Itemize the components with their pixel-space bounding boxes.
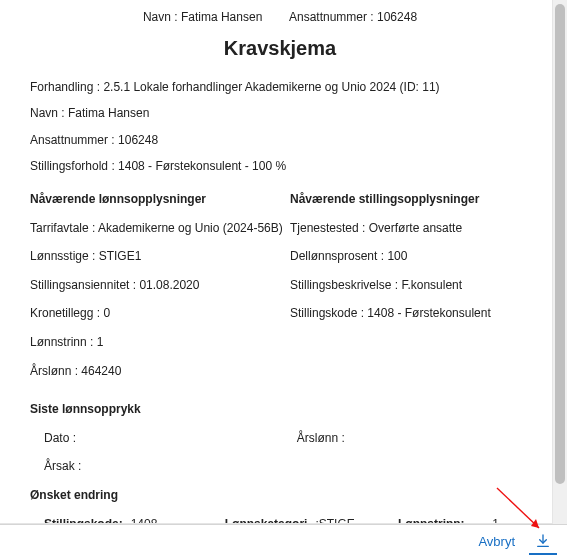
scrollbar-track[interactable] xyxy=(553,0,567,524)
page-title: Kravskjema xyxy=(30,33,530,64)
desired-cat-label: Lønnskategori xyxy=(225,515,308,525)
seniority-line: Stillingsansiennitet : 01.08.2020 xyxy=(30,276,290,295)
desired-cat-value: :STIGE xyxy=(315,515,354,525)
header-empno: Ansattnummer : 106248 xyxy=(289,10,417,24)
last-raise-block: Dato : Årslønn : Årsak : xyxy=(30,429,530,476)
percent-line: Dellønnsprosent : 100 xyxy=(290,247,530,266)
download-button[interactable] xyxy=(529,529,557,555)
last-raise-annual: Årslønn : xyxy=(297,429,345,448)
scrollbar-thumb[interactable] xyxy=(555,4,565,484)
code-line: Stillingskode : 1408 - Førstekonsulent xyxy=(290,304,530,323)
desired-heading: Ønsket endring xyxy=(30,486,530,505)
name-line: Navn : Fatima Hansen xyxy=(30,104,530,123)
salary-info-col: Nåværende lønnsopplysninger Tarrifavtale… xyxy=(30,190,290,390)
info-columns: Nåværende lønnsopplysninger Tarrifavtale… xyxy=(30,190,530,390)
last-raise-reason: Årsak : xyxy=(44,457,530,476)
desired-code-label: Stillingskode: xyxy=(44,515,123,525)
annual-line: Årslønn : 464240 xyxy=(30,362,290,381)
form-document: Navn : Fatima Hansen Ansattnummer : 1062… xyxy=(0,0,553,524)
desired-step-label: Lønnstrinn: xyxy=(398,515,465,525)
desired-step-value: 1 xyxy=(492,515,505,525)
desired-row: Stillingskode: 1408 - Førstekonsulent Lø… xyxy=(30,515,530,525)
last-raise-heading: Siste lønnsopprykk xyxy=(30,400,530,419)
dialog-footer: Avbryt xyxy=(0,524,567,558)
desired-code-value: 1408 - Førstekonsulent xyxy=(131,515,217,525)
krone-line: Kronetillegg : 0 xyxy=(30,304,290,323)
header-line: Navn : Fatima Hansen Ansattnummer : 1062… xyxy=(30,8,530,27)
cancel-button[interactable]: Avbryt xyxy=(478,534,515,549)
ladder-line: Lønnsstige : STIGE1 xyxy=(30,247,290,266)
header-name: Navn : Fatima Hansen xyxy=(143,10,262,24)
last-raise-date: Dato : xyxy=(44,429,297,448)
tariff-line: Tarrifavtale : Akademikerne og Unio (202… xyxy=(30,219,290,238)
negotiation-line: Forhandling : 2.5.1 Lokale forhandlinger… xyxy=(30,78,530,97)
download-icon xyxy=(535,533,551,549)
form-content: Navn : Fatima Hansen Ansattnummer : 1062… xyxy=(0,0,552,524)
step-line: Lønnstrinn : 1 xyxy=(30,333,290,352)
salary-info-heading: Nåværende lønnsopplysninger xyxy=(30,190,290,209)
position-relation-line: Stillingsforhold : 1408 - Førstekonsulen… xyxy=(30,157,530,176)
empno-line: Ansattnummer : 106248 xyxy=(30,131,530,150)
desc-line: Stillingsbeskrivelse : F.konsulent xyxy=(290,276,530,295)
position-info-col: Nåværende stillingsopplysninger Tjeneste… xyxy=(290,190,530,390)
location-line: Tjenestested : Overførte ansatte xyxy=(290,219,530,238)
position-info-heading: Nåværende stillingsopplysninger xyxy=(290,190,530,209)
